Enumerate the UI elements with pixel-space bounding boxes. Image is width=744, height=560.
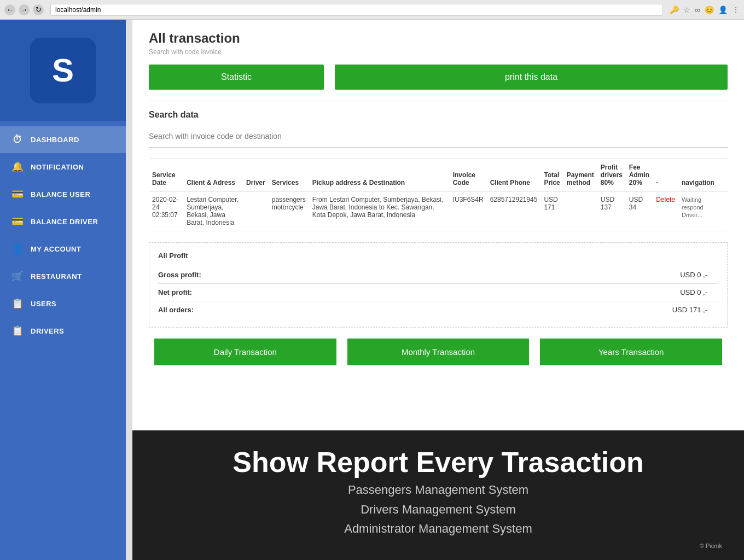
net-profit-label: Net profit: — [158, 288, 235, 296]
transaction-buttons: Daily Transaction Monthly Transaction Ye… — [149, 339, 728, 365]
divider — [149, 101, 728, 101]
scrollbar-track[interactable] — [126, 20, 132, 560]
sidebar: S ⏱ DASHBOARD 🔔 NOTIFICATION 💳 BALANCE U… — [0, 20, 126, 560]
print-button[interactable]: print this data — [335, 65, 728, 90]
star-icon: ☆ — [683, 5, 690, 14]
col-client-phone: Client Phone — [487, 159, 541, 191]
sidebar-item-label: NOTIFICATION — [31, 163, 84, 171]
gross-profit-value: USD 0 ,- — [680, 271, 718, 279]
sidebar-item-users[interactable]: 📋 USERS — [0, 290, 126, 317]
sidebar-item-label: BALANCE DRIVER — [31, 218, 98, 226]
search-input[interactable] — [149, 129, 728, 144]
cell-driver — [243, 191, 269, 231]
cell-client-phone: 6285712921945 — [487, 191, 541, 231]
overlay-subtitle-2: Drivers Management System — [344, 500, 532, 519]
delete-button[interactable]: Delete — [656, 196, 675, 203]
sidebar-item-label: DRIVERS — [31, 327, 64, 335]
cell-service-date: 2020-02-24 02:35:07 — [149, 191, 183, 231]
restaurant-icon: 🛒 — [11, 270, 24, 282]
net-profit-row: Net profit: USD 0 ,- — [158, 284, 718, 301]
navigation-status: Waiting respond Driver... — [682, 196, 704, 218]
monthly-transaction-button[interactable]: Monthly Transaction — [347, 339, 530, 365]
col-driver: Driver — [243, 159, 269, 191]
logo-box: S — [30, 38, 96, 103]
sidebar-item-notification[interactable]: 🔔 NOTIFICATION — [0, 153, 126, 180]
my-account-icon: 👤 — [11, 243, 24, 255]
sidebar-logo: S — [0, 20, 126, 121]
sidebar-item-label: USERS — [31, 300, 56, 308]
browser-icons: 🔑 ☆ ∞ 😊 👤 ⋮ — [670, 5, 740, 14]
sidebar-item-label: BALANCE USER — [31, 190, 90, 199]
col-pickup-destination: Pickup address & Destination — [309, 159, 450, 191]
dashboard-icon: ⏱ — [11, 134, 24, 145]
balance-driver-icon: 💳 — [11, 215, 24, 228]
cell-payment-method — [563, 191, 597, 231]
sidebar-item-balance-user[interactable]: 💳 BALANCE USER — [0, 180, 126, 208]
sidebar-item-drivers[interactable]: 📋 DRIVERS — [0, 317, 126, 345]
col-payment-method: Paymentmethod — [563, 159, 597, 191]
sidebar-item-label: MY ACCOUNT — [31, 245, 81, 253]
emoji-icon: 😊 — [705, 5, 714, 14]
app-container: S ⏱ DASHBOARD 🔔 NOTIFICATION 💳 BALANCE U… — [0, 20, 744, 560]
cell-client-address: Lestari Computer, Sumberjaya,Bekasi, Jaw… — [183, 191, 243, 231]
sidebar-item-restaurant[interactable]: 🛒 RESTAURANT — [0, 262, 126, 290]
users-icon: 📋 — [11, 298, 24, 310]
col-fee-admin: FeeAdmin20% — [626, 159, 653, 191]
net-profit-value: USD 0 ,- — [680, 288, 718, 296]
overlay-subtitles: Passengers Management System Drivers Man… — [344, 480, 532, 538]
all-orders-row: All orders: USD 171 ,- — [158, 301, 718, 318]
sidebar-nav: ⏱ DASHBOARD 🔔 NOTIFICATION 💳 BALANCE USE… — [0, 121, 126, 560]
overlay-main-title: Show Report Every Trasaction — [233, 447, 643, 478]
cell-action: Delete — [653, 191, 678, 231]
col-services: Services — [269, 159, 309, 191]
sidebar-item-label: RESTAURANT — [31, 272, 82, 281]
search-section-title: Search data — [149, 110, 728, 120]
gross-profit-row: Gross profit: USD 0 ,- — [158, 266, 718, 284]
balance-user-icon: 💳 — [11, 188, 24, 200]
data-table: ServiceDate Client & Adress Driver Servi… — [149, 159, 728, 231]
cell-navigation: Waiting respond Driver... — [678, 191, 728, 231]
service-date-value: 2020-02-24 — [152, 196, 178, 211]
cell-services: passengersmotorcycle — [269, 191, 309, 231]
sidebar-item-my-account[interactable]: 👤 MY ACCOUNT — [0, 235, 126, 262]
cell-profit-drivers: USD137 — [597, 191, 626, 231]
profit-section-title: All Profit — [158, 252, 718, 260]
profit-section: All Profit Gross profit: USD 0 ,- Net pr… — [149, 242, 728, 328]
avatar-icon: 👤 — [718, 5, 728, 14]
col-invoice-code: InvoiceCode — [450, 159, 487, 191]
menu-icon: ⋮ — [732, 5, 740, 14]
sidebar-item-label: DASHBOARD — [31, 136, 79, 144]
cell-pickup-destination: From Lestari Computer, Sumberjaya, Bekas… — [309, 191, 450, 231]
statistic-button[interactable]: Statistic — [149, 65, 324, 90]
col-action: - — [653, 159, 678, 191]
key-icon: 🔑 — [670, 5, 679, 14]
col-profit-drivers: Profitdrivers80% — [597, 159, 626, 191]
col-client-address: Client & Adress — [183, 159, 243, 191]
gross-profit-label: Gross profit: — [158, 271, 235, 279]
browser-forward[interactable]: → — [19, 4, 30, 15]
ext-icon: ∞ — [695, 5, 700, 14]
logo-icon: S — [52, 51, 74, 89]
main-content: All transaction Search with code invoice… — [132, 20, 744, 560]
service-time-value: 02:35:07 — [152, 211, 178, 219]
action-buttons-row: Statistic print this data — [149, 65, 728, 90]
daily-transaction-button[interactable]: Daily Transaction — [154, 339, 336, 365]
browser-refresh[interactable]: ↻ — [33, 4, 44, 15]
years-transaction-button[interactable]: Years Transaction — [540, 339, 722, 365]
content-area: All transaction Search with code invoice… — [132, 20, 744, 376]
sidebar-item-dashboard[interactable]: ⏱ DASHBOARD — [0, 126, 126, 153]
overlay-credit: © Picmk — [700, 542, 722, 549]
search-input-container — [149, 129, 728, 148]
table-row: 2020-02-24 02:35:07 Lestari Computer, Su… — [149, 191, 728, 231]
sidebar-item-balance-driver[interactable]: 💳 BALANCE DRIVER — [0, 208, 126, 235]
col-service-date: ServiceDate — [149, 159, 183, 191]
cell-total-price: USD171 — [540, 191, 563, 231]
browser-back[interactable]: ← — [4, 4, 15, 15]
browser-chrome: ← → ↻ 🔑 ☆ ∞ 😊 👤 ⋮ — [0, 0, 744, 20]
col-navigation: navigation — [678, 159, 728, 191]
browser-url-bar[interactable] — [50, 4, 663, 16]
overlay: Show Report Every Trasaction Passengers … — [132, 430, 744, 560]
page-title: All transaction — [149, 31, 728, 46]
col-total-price: TotalPrice — [540, 159, 563, 191]
all-orders-label: All orders: — [158, 306, 235, 314]
